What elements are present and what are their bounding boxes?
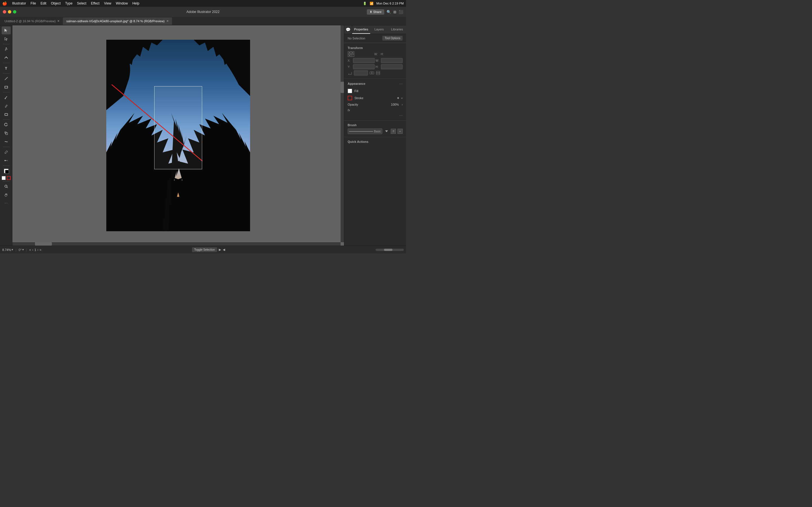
tab-layers[interactable]: Layers — [370, 25, 388, 34]
menu-window[interactable]: Window — [116, 1, 128, 5]
transform-reference-icon[interactable] — [348, 51, 354, 57]
battery-icon: 🔋 — [363, 2, 367, 5]
selection-tool[interactable] — [2, 26, 11, 34]
brush-title: Brush — [348, 123, 357, 127]
tab-properties[interactable]: Properties — [352, 25, 370, 34]
color-swatch[interactable] — [2, 167, 11, 175]
tool-options-button[interactable]: Tool Options — [382, 36, 403, 41]
eyedropper-tool[interactable] — [2, 148, 11, 156]
flip-h-icon[interactable] — [370, 71, 374, 75]
scroll-thumb — [384, 249, 393, 251]
menu-file[interactable]: File — [31, 1, 36, 5]
svg-rect-25 — [376, 71, 380, 73]
x-input[interactable] — [353, 58, 375, 63]
angle-dropdown-icon[interactable]: ▾ — [22, 248, 24, 251]
stroke-color-swatch[interactable] — [348, 96, 352, 100]
rotate-tool[interactable] — [2, 121, 11, 129]
menu-view[interactable]: View — [104, 1, 111, 5]
vertical-scrollbar-thumb[interactable] — [341, 82, 344, 93]
brush-add-icon[interactable]: + — [398, 129, 403, 134]
horizontal-scrollbar[interactable] — [12, 242, 341, 245]
app-title: Adobe Illustrator 2022 — [186, 10, 219, 14]
pen-tool[interactable] — [2, 45, 11, 53]
brush-libraries-icon[interactable]: ☰ — [391, 129, 396, 134]
zoom-dropdown-icon[interactable]: ▾ — [11, 248, 13, 251]
eraser-tool[interactable] — [2, 110, 11, 118]
tab-photo[interactable]: salman-sidheek-VGdjDc4Gk80-unsplash.jpg*… — [63, 17, 172, 25]
fill-swatch[interactable] — [2, 176, 6, 180]
scale-tool[interactable] — [2, 129, 11, 137]
photo-background — [106, 40, 250, 231]
canvas-area[interactable] — [12, 25, 344, 245]
sidebar-icon[interactable]: ⬛ — [399, 10, 403, 14]
tabsbar: Untitled-2 @ 16.94 % (RGB/Preview) ✕ sal… — [0, 17, 406, 25]
hand-tool[interactable] — [2, 191, 11, 199]
menu-type[interactable]: Type — [65, 1, 72, 5]
brush-preview[interactable]: Basic — [348, 128, 382, 134]
y-input[interactable] — [353, 64, 375, 69]
stroke-dropdown-arrow[interactable]: ▾ — [401, 97, 403, 100]
menu-edit[interactable]: Edit — [41, 1, 47, 5]
brush-dropdown-icon[interactable] — [384, 129, 389, 134]
selection-status-row: No Selection Tool Options — [344, 34, 406, 43]
opacity-row: Opacity 100% › — [348, 102, 403, 107]
line-segment-tool[interactable] — [2, 75, 11, 82]
rectangle-tool[interactable] — [2, 83, 11, 91]
toggle-selection-button[interactable]: Toggle Selection — [192, 247, 217, 252]
paintbrush-tool[interactable] — [2, 94, 11, 101]
search-icon[interactable]: 🔍 — [387, 10, 391, 14]
grid-icon[interactable]: ⊞ — [393, 10, 396, 14]
curvature-tool[interactable] — [2, 54, 11, 62]
last-page-button[interactable]: » — [40, 248, 42, 252]
quick-actions-section: Quick Actions — [344, 138, 406, 147]
titlebar-right-controls: ⬆ Share 🔍 ⊞ ⬛ — [367, 9, 403, 15]
stroke-swatch[interactable] — [7, 176, 11, 180]
rewind-icon[interactable]: ◀ — [223, 248, 225, 251]
play-icon[interactable]: ▶ — [219, 248, 221, 251]
panel-tabs: 💬 Properties Layers Libraries — [344, 25, 406, 34]
pencil-tool[interactable] — [2, 102, 11, 110]
direct-selection-tool[interactable] — [2, 35, 11, 43]
scroll-bar[interactable] — [375, 249, 404, 251]
close-button[interactable] — [3, 10, 6, 13]
stroke-up-down-icon[interactable] — [396, 96, 401, 101]
menu-help[interactable]: Help — [132, 1, 139, 5]
flip-v-icon[interactable] — [376, 71, 380, 75]
appearance-more-button[interactable]: ··· — [399, 81, 403, 86]
menu-object[interactable]: Object — [51, 1, 61, 5]
first-page-button[interactable]: « — [29, 248, 31, 252]
tab-untitled2[interactable]: Untitled-2 @ 16.94 % (RGB/Preview) ✕ — [1, 17, 63, 25]
tab-close-icon[interactable]: ✕ — [57, 19, 59, 22]
appearance-options-button[interactable]: ··· — [399, 113, 403, 117]
comment-button[interactable]: 💬 — [344, 25, 352, 34]
svg-line-12 — [7, 187, 8, 188]
vertical-scrollbar[interactable] — [341, 25, 344, 242]
zoom-tool[interactable] — [2, 182, 11, 190]
tab-close-active-icon[interactable]: ✕ — [166, 19, 168, 22]
fill-color-swatch[interactable] — [348, 89, 352, 93]
menu-illustrator[interactable]: Illustrator — [12, 1, 26, 5]
type-tool[interactable]: T — [2, 64, 11, 72]
svg-point-4 — [4, 98, 6, 99]
tab-libraries[interactable]: Libraries — [388, 25, 406, 34]
menu-effect[interactable]: Effect — [91, 1, 99, 5]
maximize-button[interactable] — [13, 10, 16, 13]
more-tools-button[interactable]: ··· — [4, 201, 8, 205]
apple-menu[interactable]: 🍎 — [2, 1, 7, 6]
opacity-expand-icon[interactable]: › — [402, 103, 403, 106]
next-page-button[interactable]: › — [37, 248, 38, 252]
menu-select[interactable]: Select — [77, 1, 86, 5]
h-input[interactable] — [381, 64, 403, 69]
horizontal-scrollbar-thumb[interactable] — [35, 242, 52, 245]
blend-tool[interactable] — [2, 157, 11, 165]
fx-label: fx — [348, 108, 350, 112]
prev-page-button[interactable]: ‹ — [32, 248, 33, 252]
main-area: T — [0, 25, 406, 245]
minimize-button[interactable] — [8, 10, 11, 13]
svg-point-21 — [352, 55, 353, 56]
share-button[interactable]: ⬆ Share — [367, 9, 384, 15]
tool-separator-4 — [3, 92, 10, 93]
w-input[interactable] — [381, 58, 403, 63]
angle-input[interactable] — [354, 70, 368, 75]
warp-tool[interactable] — [2, 138, 11, 146]
